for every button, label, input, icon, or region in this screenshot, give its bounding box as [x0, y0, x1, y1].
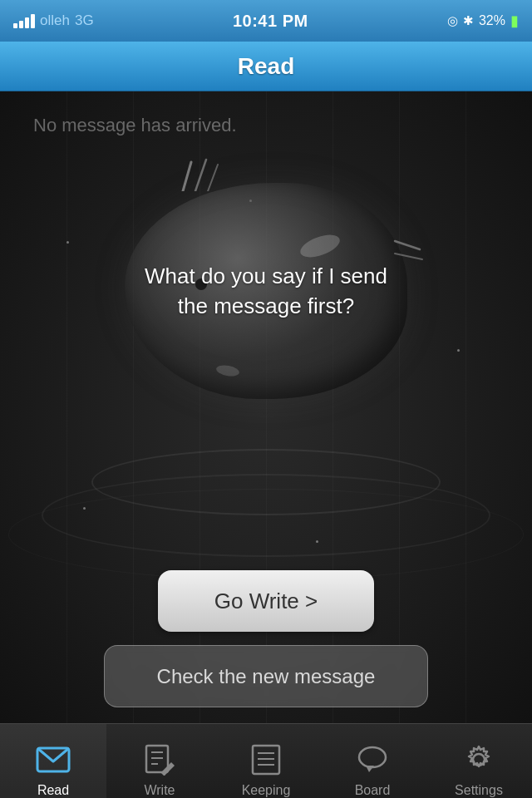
status-left: olleh 3G: [13, 12, 94, 29]
location-icon: ◎: [447, 13, 458, 28]
blob-creature: What do you say if I send the message fi…: [108, 158, 424, 424]
tab-settings[interactable]: Settings: [426, 724, 532, 798]
svg-line-3: [395, 241, 420, 249]
battery-icon: ▮: [510, 12, 519, 30]
tab-write-label: Write: [144, 783, 175, 798]
gear-icon: [462, 743, 495, 776]
blob-highlight-2: [215, 364, 240, 378]
envelope-icon: [36, 745, 71, 775]
tab-read[interactable]: Read: [0, 724, 106, 798]
status-bar: olleh 3G 10:41 PM ◎ ✱ 32% ▮: [0, 0, 532, 42]
write-icon: [141, 741, 178, 778]
particle: [457, 349, 460, 352]
ring-3: [8, 489, 524, 580]
board-icon: [354, 741, 391, 778]
blob-spike-2: [391, 233, 424, 274]
tab-write[interactable]: Write: [106, 724, 213, 798]
svg-point-16: [359, 747, 386, 767]
read-icon: [35, 741, 71, 778]
main-content: No message has arrived. What do you say …: [0, 91, 532, 723]
speech-bubble-text: What do you say if I send the message fi…: [141, 261, 391, 322]
tab-board[interactable]: Board: [319, 724, 426, 798]
svg-line-1: [195, 160, 206, 191]
keeping-icon: [248, 741, 284, 778]
blob-spike-1: [175, 158, 224, 191]
settings-icon: [461, 741, 497, 778]
tab-settings-label: Settings: [455, 783, 503, 798]
carrier-text: olleh: [40, 12, 70, 29]
tab-board-label: Board: [355, 783, 391, 798]
status-right: ◎ ✱ 32% ▮: [447, 12, 519, 30]
tab-read-label: Read: [37, 783, 69, 798]
svg-line-0: [183, 162, 191, 191]
nav-bar: Read: [0, 42, 532, 91]
signal-bars: [13, 13, 35, 28]
no-message-text: No message has arrived.: [33, 115, 237, 136]
battery-text: 32%: [479, 13, 505, 28]
svg-line-2: [208, 165, 218, 191]
speech-bubble-icon: [356, 744, 389, 776]
svg-line-4: [395, 254, 422, 259]
status-time: 10:41 PM: [233, 12, 308, 31]
network-text: 3G: [75, 12, 94, 29]
tab-keeping-label: Keeping: [242, 783, 291, 798]
go-write-button[interactable]: Go Write >: [158, 570, 374, 632]
particle: [66, 241, 69, 244]
blob-highlight: [298, 230, 343, 262]
nav-title: Read: [238, 53, 294, 80]
check-message-label: Check the new message: [157, 665, 376, 688]
go-write-label: Go Write >: [214, 589, 318, 614]
svg-marker-17: [366, 766, 374, 772]
list-icon: [249, 744, 283, 776]
pencil-doc-icon: [143, 744, 176, 776]
check-message-button[interactable]: Check the new message: [104, 645, 428, 707]
bluetooth-icon: ✱: [463, 13, 474, 28]
tab-keeping[interactable]: Keeping: [213, 724, 319, 798]
tab-bar: Read Write K: [0, 723, 532, 798]
